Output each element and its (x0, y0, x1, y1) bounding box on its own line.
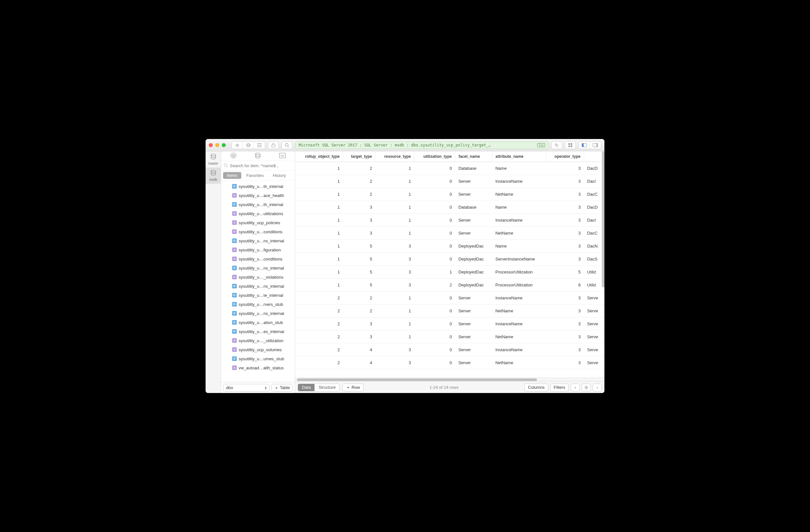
cell[interactable]: 0 (415, 356, 455, 369)
cell[interactable]: 3 (375, 265, 415, 278)
cell[interactable]: Serve (584, 317, 604, 330)
cell[interactable]: 3 (343, 330, 375, 343)
cell[interactable]: 1 (415, 265, 455, 278)
cell[interactable]: 3 (375, 239, 415, 252)
column-header[interactable]: resource_type (375, 151, 415, 162)
cell[interactable]: DacD (584, 162, 604, 174)
cell[interactable]: 1 (295, 201, 343, 214)
cell[interactable]: 1 (295, 162, 343, 174)
cell[interactable]: 3 (343, 317, 375, 330)
tree-item[interactable]: vw_autoad…alth_status (221, 363, 295, 372)
cell[interactable]: 5 (343, 278, 375, 291)
cell[interactable]: InstanceName (492, 174, 546, 187)
grid-icon[interactable] (565, 141, 576, 149)
cell[interactable]: InstanceName (492, 214, 546, 227)
tree-item[interactable]: sysutility_u…te_internal (221, 290, 295, 300)
panel-left-icon[interactable] (579, 142, 590, 149)
add-table-button[interactable]: ＋ Table (271, 384, 293, 392)
cell[interactable]: 2 (343, 174, 375, 187)
cell[interactable]: Serve (584, 343, 604, 356)
structure-tab[interactable]: Structure (314, 384, 340, 391)
table-row[interactable]: 1210ServerInstanceName3DacI (295, 174, 604, 187)
cell[interactable]: Serve (584, 356, 604, 369)
cell[interactable]: Database (455, 162, 492, 174)
cell[interactable]: Serve (584, 291, 604, 304)
panel-right-icon[interactable] (590, 142, 601, 149)
cell[interactable]: DacC (584, 227, 604, 239)
cell[interactable]: InstanceName (492, 317, 546, 330)
cell[interactable]: 3 (546, 343, 584, 356)
cell[interactable]: 1 (295, 252, 343, 265)
cell[interactable]: Utiliz (584, 278, 604, 291)
cell[interactable]: 0 (415, 343, 455, 356)
table-row[interactable]: 2310ServerInstanceName3Serve (295, 317, 604, 330)
cell[interactable]: DeployedDac (455, 278, 492, 291)
tree-item[interactable]: sysutility_u…ace_health (221, 191, 295, 200)
cell[interactable]: DacN (584, 239, 604, 252)
cell[interactable]: 1 (375, 330, 415, 343)
cell[interactable]: Name (492, 239, 546, 252)
cell[interactable]: NetName (492, 330, 546, 343)
cell[interactable]: 0 (415, 174, 455, 187)
cell[interactable]: 1 (295, 239, 343, 252)
cell[interactable]: 0 (415, 291, 455, 304)
cell[interactable]: 3 (375, 356, 415, 369)
cell[interactable]: Server (455, 317, 492, 330)
cell[interactable]: Serve (584, 330, 604, 343)
cell[interactable]: ProcessorUtilization (492, 265, 546, 278)
cell[interactable]: 0 (415, 239, 455, 252)
table-row[interactable]: 2210ServerInstanceName3Serve (295, 291, 604, 304)
db-rail-master[interactable]: master (206, 151, 221, 167)
vertical-scrollbar[interactable] (602, 151, 604, 287)
cell[interactable]: DeployedDac (455, 265, 492, 278)
table-row[interactable]: 2310ServerNetName3Serve (295, 330, 604, 343)
prev-page-button[interactable]: ‹ (571, 384, 580, 392)
cell[interactable]: 0 (415, 187, 455, 201)
cell[interactable]: Name (492, 162, 546, 174)
columns-button[interactable]: Columns (524, 384, 548, 392)
cancel-icon[interactable]: ⊘ (232, 142, 243, 149)
tree-item[interactable]: sysutility_ucp_policies (221, 218, 295, 227)
cell[interactable]: 3 (546, 214, 584, 227)
cell[interactable]: 2 (295, 304, 343, 317)
cell[interactable]: InstanceName (492, 291, 546, 304)
gear-icon[interactable] (582, 384, 591, 392)
cell[interactable]: 3 (546, 304, 584, 317)
cell[interactable]: Server (455, 227, 492, 239)
cell[interactable]: 3 (546, 330, 584, 343)
cell[interactable]: 2 (295, 330, 343, 343)
cell[interactable]: 1 (375, 317, 415, 330)
cell[interactable]: 1 (295, 278, 343, 291)
cell[interactable]: 1 (295, 214, 343, 227)
refresh-icon[interactable]: ↻ (551, 141, 562, 149)
cell[interactable]: 3 (343, 227, 375, 239)
cell[interactable]: 2 (295, 343, 343, 356)
plug-icon[interactable] (230, 153, 237, 160)
cell[interactable]: DacI (584, 174, 604, 187)
tab-items[interactable]: Items (223, 172, 241, 179)
cell[interactable]: 1 (375, 201, 415, 214)
cell[interactable]: NetName (492, 187, 546, 201)
cell[interactable]: Server (455, 304, 492, 317)
cell[interactable]: 0 (415, 317, 455, 330)
db-rail-msdb[interactable]: msdb (206, 167, 221, 184)
table-row[interactable]: 1310DatabaseName3DacD (295, 201, 604, 214)
column-header[interactable]: rollup_object_type (295, 151, 343, 162)
cell[interactable]: Database (455, 201, 492, 214)
grid-scroll[interactable]: rollup_object_typetarget_typeresource_ty… (295, 151, 604, 378)
cell[interactable]: 2 (295, 356, 343, 369)
tree[interactable]: sysutility_u…th_internalsysutility_u…ace… (221, 181, 295, 382)
cell[interactable]: 3 (546, 291, 584, 304)
table-row[interactable]: 1531DeployedDacProcessorUtilization5Util… (295, 265, 604, 278)
list-icon[interactable] (254, 142, 265, 149)
tree-item[interactable]: sysutility_u…ns_internal (221, 236, 295, 245)
column-header[interactable]: attribute_name (492, 151, 546, 162)
tree-item[interactable]: sysutility_u…_violations (221, 272, 295, 282)
cell[interactable]: 0 (415, 227, 455, 239)
cell[interactable]: 3 (546, 239, 584, 252)
cell[interactable]: 4 (343, 343, 375, 356)
tree-item[interactable]: sysutility_ucp_volumes (221, 345, 295, 354)
tree-item[interactable]: sysutility_u…ns_internal (221, 263, 295, 272)
zoom-window-button[interactable] (222, 143, 226, 147)
cell[interactable]: DacC (584, 187, 604, 201)
